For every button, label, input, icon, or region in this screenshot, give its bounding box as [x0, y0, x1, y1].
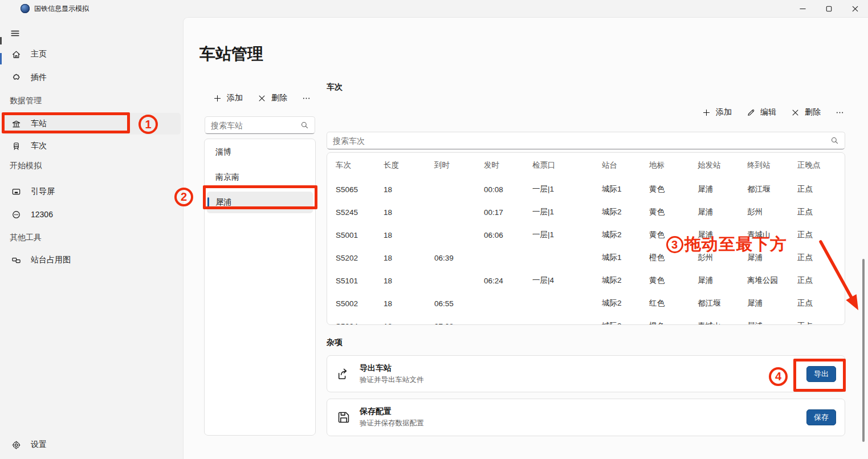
screen-icon — [11, 187, 21, 197]
sidebar-item-label: 站台占用图 — [31, 255, 71, 265]
annotation-circle-step1: 1 — [138, 115, 158, 134]
home-icon — [11, 50, 21, 59]
sidebar-item-plugins[interactable]: 插件 — [3, 67, 181, 88]
train-add-button[interactable]: 添加 — [702, 107, 732, 117]
table-cell: 00:17 — [484, 208, 532, 217]
sidebar-item-label: 主页 — [31, 49, 47, 59]
table-cell: 00:08 — [484, 185, 532, 194]
x-icon — [258, 94, 266, 103]
plugin-icon — [11, 73, 21, 83]
train-search-input[interactable] — [333, 136, 830, 145]
table-cell: 06:55 — [434, 299, 484, 308]
sidebar-item-trains[interactable]: 车次 — [3, 136, 181, 156]
table-cell: S5065 — [336, 185, 384, 194]
station-add-button[interactable]: 添加 — [213, 93, 243, 103]
train-more-button[interactable] — [836, 108, 844, 117]
station-list-item[interactable]: 淄博 — [207, 141, 313, 163]
save-icon — [336, 410, 351, 425]
table-cell: 一层|4 — [532, 275, 602, 286]
train-edit-button[interactable]: 编辑 — [747, 107, 776, 117]
trains-section-label: 车次 — [327, 82, 343, 92]
button-label: 添加 — [716, 107, 732, 117]
button-label: 添加 — [227, 93, 243, 103]
maximize-button[interactable] — [816, 0, 842, 17]
save-button[interactable]: 保存 — [806, 409, 836, 425]
close-button[interactable] — [842, 0, 868, 17]
station-search-input[interactable] — [211, 121, 300, 130]
plus-icon — [702, 108, 711, 117]
search-icon — [300, 121, 309, 129]
column-header: 长度 — [384, 160, 434, 170]
sidebar-item-home[interactable]: 主页 — [3, 44, 181, 64]
column-header: 始发站 — [698, 160, 747, 170]
column-header: 站台 — [602, 160, 649, 170]
pencil-icon — [747, 108, 755, 117]
card-text: 导出车站 验证并导出车站文件 — [360, 363, 424, 385]
train-table-header: 车次长度到时发时检票口站台地标始发站终到站正晚点 — [327, 153, 845, 178]
table-row[interactable]: S51011806:24一层|4城际2黄色犀浦离堆公园正点 — [327, 269, 845, 292]
table-cell: 18 — [384, 208, 434, 217]
station-search-box — [205, 116, 315, 134]
card-subtitle: 验证并导出车站文件 — [360, 375, 424, 385]
window-controls — [789, 0, 868, 17]
x-icon — [791, 108, 800, 117]
table-cell: 正点 — [797, 321, 845, 325]
card-title: 保存配置 — [360, 407, 424, 417]
annotation-circle-step4: 4 — [769, 367, 788, 386]
edge-artifact — [0, 37, 2, 44]
column-header: 终到站 — [747, 160, 797, 170]
table-cell: 黄色 — [649, 184, 698, 194]
table-row[interactable]: S52451800:17一层|1城际2黄色犀浦彭州正点 — [327, 201, 845, 224]
table-cell: 正点 — [797, 207, 845, 217]
card-title: 导出车站 — [360, 363, 424, 373]
misc-section-label: 杂项 — [327, 338, 343, 348]
page-title: 车站管理 — [199, 43, 263, 65]
table-cell: S5202 — [336, 254, 384, 262]
export-station-card: 导出车站 验证并导出车站文件 导出 — [327, 355, 845, 392]
table-row[interactable]: S50021806:55城际2红色都江堰犀浦正点 — [327, 292, 845, 315]
train-search-box — [327, 132, 845, 149]
table-cell: 犀浦 — [747, 298, 797, 308]
hamburger-icon — [10, 29, 20, 38]
table-cell: S5101 — [336, 277, 384, 285]
card-subtitle: 验证并保存数据配置 — [360, 419, 424, 428]
table-cell: 06:39 — [434, 254, 484, 262]
sidebar-item-settings[interactable]: 设置 — [3, 434, 181, 455]
circle-dots-icon — [11, 210, 21, 220]
search-icon — [830, 136, 839, 145]
titlebar: 国铁信息显示模拟 — [0, 0, 868, 17]
sidebar-item-12306[interactable]: 12306 — [3, 204, 181, 225]
station-more-button[interactable] — [302, 94, 311, 103]
sidebar-item-label: 12306 — [31, 210, 53, 219]
minimize-button[interactable] — [789, 0, 816, 17]
annotation-step3: 3 拖动至最下方 — [666, 233, 787, 256]
table-cell: 彭州 — [747, 207, 797, 217]
table-cell: S5001 — [336, 231, 384, 239]
table-row[interactable]: S50041807:08城际2橙色青城山犀浦正点 — [327, 315, 845, 325]
column-header: 地标 — [649, 160, 698, 170]
table-cell: 城际2 — [602, 298, 649, 308]
sidebar-item-guide-screen[interactable]: 引导屏 — [3, 181, 181, 202]
train-delete-button[interactable]: 删除 — [791, 107, 821, 117]
sidebar-item-label: 引导屏 — [31, 186, 55, 197]
table-row[interactable]: S50651800:08一层|1城际1黄色犀浦都江堰正点 — [327, 178, 845, 201]
plus-icon — [213, 94, 222, 103]
maximize-icon — [825, 5, 833, 13]
gear-icon — [11, 440, 21, 450]
table-cell: 城际2 — [602, 275, 649, 286]
train-icon — [11, 141, 21, 151]
sidebar-item-platform-map[interactable]: 站台占用图 — [3, 250, 181, 270]
table-cell: 犀浦 — [747, 321, 797, 325]
table-cell: 都江堰 — [747, 184, 797, 194]
column-header: 检票口 — [532, 160, 602, 170]
annotation-arrow-step3 — [816, 236, 865, 319]
table-cell: 黄色 — [649, 275, 698, 286]
trains-toolbar: 添加 编辑 删除 — [702, 104, 844, 120]
edge-artifact — [0, 53, 2, 64]
table-cell: 一层|1 — [532, 207, 602, 217]
station-delete-button[interactable]: 删除 — [258, 93, 287, 103]
table-cell: 城际1 — [602, 253, 649, 263]
annotation-circle-step3: 3 — [666, 236, 683, 253]
table-cell: 离堆公园 — [747, 275, 797, 286]
nav-menu-button[interactable] — [6, 24, 24, 42]
